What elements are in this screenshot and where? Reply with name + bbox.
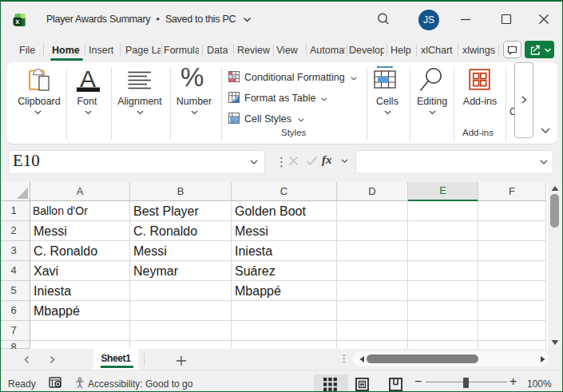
svg-text:x: x <box>15 18 19 26</box>
